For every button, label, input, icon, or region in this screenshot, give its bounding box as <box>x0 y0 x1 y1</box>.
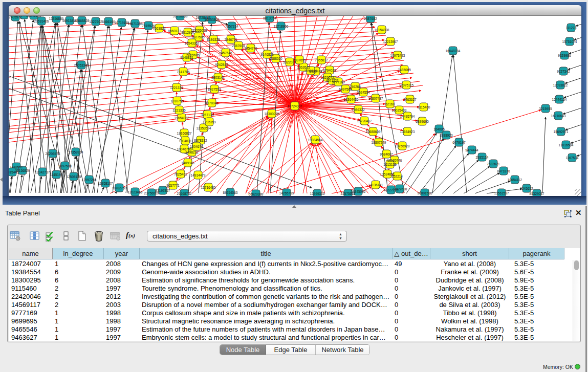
svg-text:10719155: 10719155 <box>115 21 129 25</box>
svg-text:89254563: 89254563 <box>223 191 238 194</box>
svg-text:8660123: 8660123 <box>168 29 181 33</box>
svg-text:83197857: 83197857 <box>156 189 170 192</box>
svg-text:8813054: 8813054 <box>263 16 276 20</box>
svg-text:16958107: 16958107 <box>98 182 113 185</box>
svg-text:62160: 62160 <box>385 102 395 106</box>
svg-text:10688609: 10688609 <box>366 130 381 134</box>
svg-text:13716485: 13716485 <box>201 186 216 189</box>
svg-text:2387682: 2387682 <box>364 17 377 20</box>
svg-text:7141786: 7141786 <box>177 70 190 74</box>
svg-text:1588520: 1588520 <box>269 57 282 60</box>
svg-text:13999315: 13999315 <box>310 192 325 195</box>
svg-text:2803144: 2803144 <box>211 76 225 79</box>
svg-text:17957255: 17957255 <box>82 178 97 182</box>
svg-text:746266: 746266 <box>350 85 361 89</box>
svg-text:12444154: 12444154 <box>552 98 567 101</box>
svg-text:10973493: 10973493 <box>390 54 405 57</box>
svg-text:8938923: 8938923 <box>440 134 453 137</box>
svg-text:6899695: 6899695 <box>416 120 429 123</box>
svg-text:9327505: 9327505 <box>191 35 205 39</box>
svg-text:10154808: 10154808 <box>375 28 389 32</box>
svg-text:16210643: 16210643 <box>551 114 566 118</box>
svg-text:9146821: 9146821 <box>180 56 193 59</box>
svg-text:10807487: 10807487 <box>368 97 383 100</box>
svg-text:9474444: 9474444 <box>465 148 478 152</box>
svg-text:18724007: 18724007 <box>288 104 302 108</box>
svg-text:90801586: 90801586 <box>418 191 432 195</box>
svg-text:10025433: 10025433 <box>392 108 407 112</box>
svg-text:8471876: 8471876 <box>497 169 510 173</box>
svg-text:1145191: 1145191 <box>50 173 63 177</box>
svg-text:14495794: 14495794 <box>400 115 415 118</box>
svg-text:14136141: 14136141 <box>368 183 383 187</box>
svg-text:2935114: 2935114 <box>476 156 489 159</box>
svg-text:12975115: 12975115 <box>399 83 414 87</box>
svg-text:16053809: 16053809 <box>205 18 220 21</box>
svg-text:1904631: 1904631 <box>179 139 192 143</box>
svg-text:15751074: 15751074 <box>562 40 577 43</box>
svg-text:3498222: 3498222 <box>185 150 199 154</box>
svg-text:19756928: 19756928 <box>395 144 410 148</box>
svg-text:16543362: 16543362 <box>185 41 200 45</box>
svg-text:39958838: 39958838 <box>173 16 188 18</box>
svg-text:14914479: 14914479 <box>191 173 206 177</box>
svg-text:9227342: 9227342 <box>557 70 570 73</box>
svg-text:2367608: 2367608 <box>232 44 245 48</box>
svg-text:8878332: 8878332 <box>194 139 207 142</box>
svg-text:9115460: 9115460 <box>418 105 430 109</box>
svg-text:8186328: 8186328 <box>207 38 220 41</box>
svg-text:9684067: 9684067 <box>380 152 393 156</box>
svg-text:2037655: 2037655 <box>293 58 306 62</box>
svg-text:13654923: 13654923 <box>400 130 415 134</box>
svg-text:1221336: 1221336 <box>170 86 183 90</box>
svg-text:3267130: 3267130 <box>201 113 214 117</box>
svg-text:42868828: 42868828 <box>75 19 90 23</box>
svg-text:12505135: 12505135 <box>67 175 81 179</box>
svg-text:2846711: 2846711 <box>225 38 237 41</box>
svg-text:18807249: 18807249 <box>372 141 386 144</box>
svg-text:6794028: 6794028 <box>323 69 336 72</box>
svg-text:7986322: 7986322 <box>352 108 365 112</box>
svg-text:12023468: 12023468 <box>128 190 143 194</box>
svg-text:12353594: 12353594 <box>197 126 211 130</box>
svg-text:1409948: 1409948 <box>181 161 194 165</box>
svg-text:3454749: 3454749 <box>244 47 257 50</box>
svg-text:17359924: 17359924 <box>69 150 83 154</box>
svg-text:19218906: 19218906 <box>274 25 289 28</box>
svg-text:9657771: 9657771 <box>166 184 180 187</box>
svg-text:39345092: 39345092 <box>351 190 366 193</box>
svg-text:20691406: 20691406 <box>34 19 49 23</box>
svg-text:12093822: 12093822 <box>553 83 568 87</box>
svg-text:7625402: 7625402 <box>174 172 187 176</box>
svg-text:21364436: 21364436 <box>344 98 359 101</box>
svg-text:164095: 164095 <box>433 127 445 131</box>
svg-text:1010755: 1010755 <box>170 99 184 103</box>
svg-text:1004676: 1004676 <box>190 145 203 148</box>
svg-text:1615132: 1615132 <box>383 163 397 166</box>
svg-text:9242848: 9242848 <box>215 63 228 67</box>
svg-text:8457645: 8457645 <box>219 51 232 55</box>
svg-text:12213967: 12213967 <box>383 40 398 43</box>
svg-text:4170041: 4170041 <box>205 101 219 105</box>
svg-text:10654112: 10654112 <box>508 178 522 182</box>
svg-text:23226058: 23226058 <box>192 29 207 32</box>
svg-text:1090176: 1090176 <box>304 69 317 73</box>
svg-text:13356886: 13356886 <box>49 17 64 20</box>
svg-text:15720407: 15720407 <box>357 119 372 123</box>
svg-text:85329037: 85329037 <box>530 192 545 195</box>
svg-text:3215955: 3215955 <box>539 107 552 111</box>
svg-text:18300295: 18300295 <box>265 112 279 116</box>
svg-text:1235359: 1235359 <box>203 120 216 124</box>
svg-text:9146821: 9146821 <box>260 53 274 56</box>
svg-text:9245652: 9245652 <box>520 187 533 190</box>
svg-text:66629388: 66629388 <box>249 192 264 196</box>
svg-text:8427552: 8427552 <box>208 87 221 91</box>
svg-text:17016504: 17016504 <box>559 143 574 147</box>
svg-text:21668732: 21668732 <box>177 192 192 195</box>
svg-text:7955812: 7955812 <box>315 58 328 62</box>
svg-text:9463627: 9463627 <box>403 98 417 101</box>
svg-text:12156829: 12156829 <box>15 169 30 172</box>
svg-text:19384554: 19384554 <box>308 138 323 142</box>
svg-text:3624554: 3624554 <box>357 91 370 94</box>
svg-text:19654982: 19654982 <box>175 116 189 120</box>
